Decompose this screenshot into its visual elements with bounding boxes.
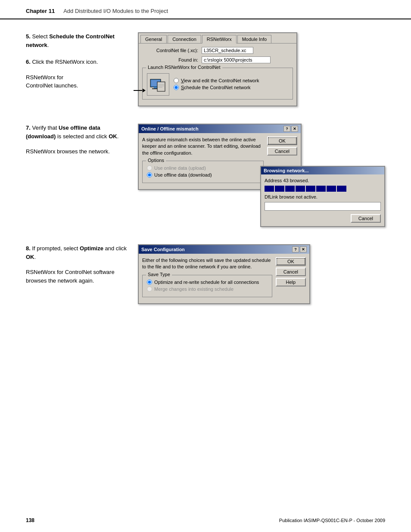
radio-upload-label: Use online data (upload) — [154, 165, 206, 171]
save-help-button[interactable]: Help — [276, 278, 306, 286]
radio-schedule: Schedule the ControlNet network — [174, 85, 259, 90]
publication-info: Publication IASIMP-QS001C-EN-P - October… — [279, 518, 385, 523]
radio-download-input[interactable] — [147, 172, 152, 177]
step-7-bold2: OK — [109, 133, 117, 140]
rsnetworx-dialog-area: General Connection RSNetWorx Module Info… — [138, 32, 385, 106]
step-5: 5. Select Schedule the ControlNet networ… — [26, 32, 129, 49]
svg-rect-8 — [158, 87, 162, 87]
radio-merge-label: Merge changes into existing schedule — [154, 286, 234, 292]
save-cancel-button[interactable]: Cancel — [276, 268, 306, 276]
radio-merge-input[interactable] — [147, 286, 152, 292]
progress-seg-3 — [285, 186, 295, 192]
tab-general[interactable]: General — [140, 35, 167, 43]
save-ok-button[interactable]: OK — [276, 257, 306, 266]
online-offline-titlebar: Online / Offline mismatch ? ✕ — [139, 124, 301, 133]
radio-view-edit: View and edit the ControlNet network — [174, 78, 259, 83]
online-offline-left: A signature mismatch exists between the … — [142, 137, 264, 186]
svg-rect-7 — [158, 86, 164, 86]
step-8-text: 8. If prompted, select Optimize and clic… — [26, 244, 129, 261]
tab-bar: General Connection RSNetWorx Module Info — [139, 33, 296, 44]
step-8-left: 8. If prompted, select Optimize and clic… — [26, 244, 138, 304]
save-config-message: Either of the following choices will sav… — [142, 257, 272, 271]
step-7-left: 7. Verify that Use offline data (downloa… — [26, 124, 138, 227]
tab-connection[interactable]: Connection — [168, 35, 201, 43]
svg-rect-5 — [158, 83, 164, 84]
chapter-title: Add Distributed I/O Modules to the Proje… — [63, 8, 168, 14]
radio-schedule-input[interactable] — [174, 85, 179, 90]
progress-seg-2 — [275, 186, 284, 192]
radio-optimize-input[interactable] — [147, 280, 152, 285]
rsnetworx-dialog-body: ControlNet file (.xc): L35CR_schedule.xc… — [139, 44, 296, 106]
step-6: 6. Click the RSNetWorx icon. RSNetWorx f… — [26, 58, 129, 90]
address-label: Address 43 browsed. — [265, 178, 381, 183]
online-offline-title: Online / Offline mismatch — [141, 126, 199, 131]
help-titlebar-btn[interactable]: ? — [283, 126, 290, 132]
cancel-browsing-button[interactable]: Cancel — [351, 214, 381, 223]
save-type-legend: Save Type — [146, 272, 172, 277]
cancel-button[interactable]: Cancel — [267, 147, 297, 156]
rsnetworx-icon[interactable] — [147, 73, 169, 96]
save-config-close-btn[interactable]: ✕ — [300, 246, 307, 252]
dflink-label: DfLink browse not active. — [265, 194, 381, 199]
save-config-inner: Either of the following choices will sav… — [142, 257, 306, 300]
step-8-bold1: Optimize — [80, 245, 103, 252]
ok-button[interactable]: OK — [267, 137, 297, 145]
radio-download-label: Use offline data (download) — [154, 172, 212, 177]
main-content: 5. Select Schedule the ControlNet networ… — [0, 19, 411, 334]
progress-seg-8 — [337, 186, 346, 192]
radio-view-edit-label: View and edit the ControlNet network — [181, 78, 259, 83]
save-config-title: Save Configuration — [141, 247, 185, 252]
radio-optimize-label: Optimize and re-write schedule for all c… — [154, 280, 259, 285]
step-7-bold1: Use offline data (download) — [26, 124, 100, 140]
step-8-right: Save Configuration ? ✕ Either of the fol… — [138, 244, 385, 304]
close-titlebar-btn[interactable]: ✕ — [291, 126, 298, 132]
radio-schedule-label: Schedule the ControlNet network — [181, 85, 250, 90]
step-7-section: 7. Verify that Use offline data (downloa… — [26, 124, 385, 227]
rsnetworx-dialog: General Connection RSNetWorx Module Info… — [138, 32, 297, 106]
save-config-buttons: OK Cancel Help — [276, 257, 306, 300]
radio-options: View and edit the ControlNet network Sch… — [174, 78, 259, 92]
radio-download: Use offline data (download) — [147, 172, 259, 177]
browsing-buttons: Cancel — [265, 214, 381, 223]
step-5-text: 5. Select Schedule the ControlNet networ… — [26, 32, 129, 49]
controlnet-file-value[interactable]: L35CR_schedule.xc — [202, 47, 253, 54]
found-in-label: Found in: — [142, 57, 198, 62]
radio-view-edit-input[interactable] — [174, 78, 179, 83]
tab-rsnetworx[interactable]: RSNetWorx — [202, 35, 237, 44]
progress-seg-6 — [316, 186, 326, 192]
controlnet-file-label: ControlNet file (.xc): — [142, 48, 198, 53]
steps-5-6-left: 5. Select Schedule the ControlNet networ… — [26, 32, 138, 94]
chapter-label: Chapter 11 — [26, 8, 55, 14]
save-config-dialog: Save Configuration ? ✕ Either of the fol… — [138, 244, 310, 304]
online-offline-message: A signature mismatch exists between the … — [142, 137, 264, 156]
browsing-dialog: Browsing network... Address 43 browsed. — [260, 166, 385, 227]
step-6-note: RSNetWorx forControlNet launches. — [26, 73, 129, 90]
save-config-help-btn[interactable]: ? — [292, 246, 299, 252]
step-8-bold2: OK — [26, 254, 34, 260]
progress-seg-4 — [296, 186, 305, 192]
save-config-titlebar: Save Configuration ? ✕ — [139, 245, 309, 254]
svg-rect-2 — [154, 87, 157, 88]
step-7-text: 7. Verify that Use offline data (downloa… — [26, 124, 129, 140]
rsnetworx-icon-svg — [149, 76, 167, 93]
options-legend: Options — [146, 158, 166, 163]
launch-group: Launch RSNetWorx for ControlNet — [142, 68, 293, 100]
progress-seg-1 — [265, 186, 274, 192]
step-7-number: 7. — [26, 124, 31, 131]
radio-upload-input[interactable] — [147, 165, 152, 171]
browsing-title: Browsing network... — [264, 168, 309, 173]
step-8-section: 8. If prompted, select Optimize and clic… — [26, 244, 385, 304]
step-6-text: 6. Click the RSNetWorx icon. — [26, 58, 129, 66]
browsing-content: Address 43 browsed. DfLink browse not ac… — [261, 174, 384, 226]
save-config-left: Either of the following choices will sav… — [142, 257, 272, 300]
browsing-text-field — [265, 202, 381, 211]
page-footer: 138 Publication IASIMP-QS001C-EN-P - Oct… — [26, 517, 385, 523]
step-8-note: RSNetWorx for ControlNet software browse… — [26, 268, 129, 285]
tab-module-info[interactable]: Module Info — [237, 35, 271, 43]
titlebar-buttons: ? ✕ — [283, 126, 298, 132]
save-config-titlebar-buttons: ? ✕ — [292, 246, 307, 252]
found-in-row: Found in: c:\rslogix 5000\projects — [142, 56, 293, 63]
steps-5-6-section: 5. Select Schedule the ControlNet networ… — [26, 32, 385, 106]
step-5-bold: Schedule the ControlNet network — [26, 33, 115, 48]
step-7-note: RSNetWorx browses the network. — [26, 147, 129, 156]
